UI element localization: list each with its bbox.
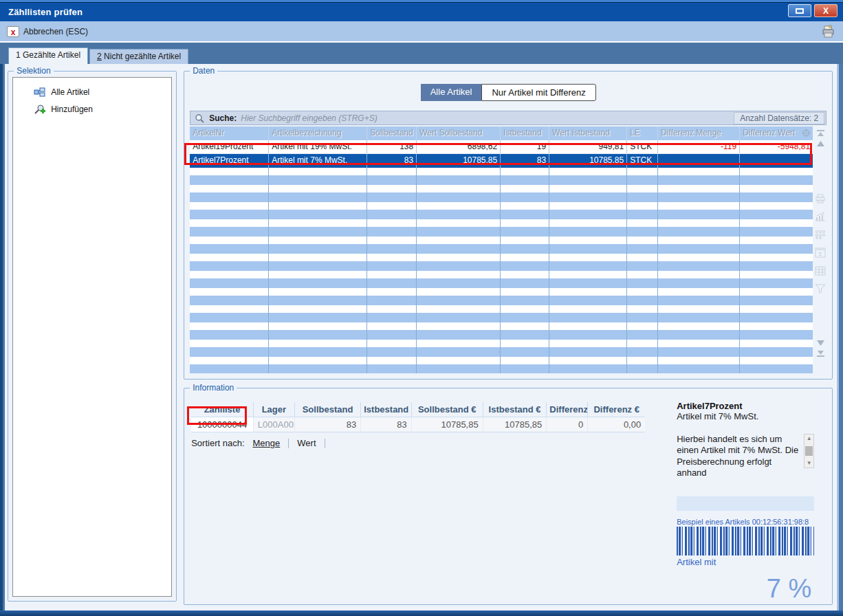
window-frame-left — [0, 64, 5, 610]
print-button[interactable] — [821, 25, 836, 38]
cancel-label: Abbrechen (ESC) — [23, 27, 88, 36]
application-window: Zähllisten prüfen X x Abbrechen (ESC) 1 … — [0, 0, 843, 616]
search-icon — [195, 113, 205, 123]
add-search-icon — [34, 104, 45, 115]
printer-icon — [821, 25, 836, 38]
information-label: Information — [190, 383, 237, 393]
vat-percent: 7 % — [677, 574, 814, 604]
tab-gezaehlte-artikel[interactable]: 1 Gezählte Artikel — [8, 47, 88, 64]
svg-text:Σ: Σ — [819, 251, 822, 257]
table-row[interactable]: Artikel19Prozent Artikel mit 19% MwSt. 1… — [190, 140, 813, 154]
article-table: ArtikelNr Artikelbezeichnung Sollbestand… — [190, 126, 813, 373]
search-bar: Suche: Hier Suchbegriff eingeben (STRG+S… — [190, 111, 826, 125]
scrollbar-down-icon[interactable]: ▼ — [805, 460, 813, 467]
column-header[interactable]: Istbestand — [501, 126, 549, 140]
tab-bar: 1 Gezählte Artikel 2 Nicht gezählte Arti… — [0, 43, 843, 64]
restore-icon — [796, 8, 804, 14]
close-button[interactable]: X — [814, 4, 837, 17]
sort-control: Sortiert nach: Menge Wert — [191, 438, 645, 448]
scrollbar-up-icon[interactable]: ▲ — [805, 435, 813, 442]
daten-label: Daten — [190, 66, 217, 76]
sort-label: Sortiert nach: — [191, 438, 244, 448]
all-articles-icon — [34, 87, 45, 97]
barcode-caption: Artikel mit — [677, 557, 814, 567]
tab-nicht-gezaehlte-artikel[interactable]: 2 Nicht gezählte Artikel — [89, 49, 188, 64]
cancel-button[interactable]: x Abbrechen (ESC) — [7, 26, 88, 37]
zaehlliste-number: 1000000044 — [191, 417, 254, 432]
detail-field-bar — [677, 496, 814, 511]
sort-option-menge[interactable]: Menge — [250, 438, 283, 448]
scroll-top-button[interactable] — [816, 130, 825, 137]
export-icon[interactable] — [815, 230, 826, 239]
barcode-label: Beispiel eines Artikels 00:12:56:31:98:8 — [677, 518, 814, 526]
window-title: Zähllisten prüfen — [0, 7, 83, 17]
column-header[interactable]: Wert Istbestand — [549, 126, 627, 140]
column-settings-button[interactable] — [802, 129, 811, 138]
description-scrollbar[interactable]: ▲ ▼ — [804, 434, 814, 468]
gear-icon — [802, 129, 811, 138]
print-list-icon[interactable] — [815, 194, 826, 204]
column-header[interactable]: LE — [627, 126, 658, 140]
close-icon: X — [823, 7, 829, 15]
summary-table: Zählliste Lager Sollbestand Istbestand S… — [191, 402, 645, 432]
column-header[interactable]: ArtikelNr — [190, 126, 269, 140]
detail-subtitle: Artikel mit 7% MwSt. — [677, 411, 814, 421]
table-row-selected[interactable]: Artikel7Prozent Artikel mit 7% MwSt. 83 … — [190, 154, 813, 168]
sort-option-wert[interactable]: Wert — [294, 438, 318, 448]
search-label: Suche: — [209, 113, 237, 123]
column-header[interactable]: Sollbestand — [367, 126, 417, 140]
sum-icon[interactable]: Σ — [815, 248, 826, 258]
selektion-panel: Alle Artikel Hinzufügen — [12, 77, 172, 597]
selektion-label: Selektion — [14, 66, 53, 76]
filter-alle-artikel-button[interactable]: Alle Artikel — [421, 84, 482, 101]
barcode-image — [677, 527, 814, 556]
table-header-row: ArtikelNr Artikelbezeichnung Sollbestand… — [190, 126, 813, 140]
summary-value-row: 1000000044 L000A002 83 83 10785,85 10785… — [191, 417, 645, 432]
scroll-up-button[interactable] — [816, 141, 825, 147]
selektion-item-label: Hinzufügen — [51, 104, 93, 114]
chart-icon[interactable] — [815, 212, 826, 221]
grid-icon[interactable] — [815, 266, 826, 276]
detail-title: Artikel7Prozent — [677, 401, 814, 411]
scroll-down-button[interactable] — [816, 340, 825, 346]
record-count: Anzahl Datensätze: 2 — [734, 112, 824, 124]
filter-nur-differenz-button[interactable]: Nur Artikel mit Differenz — [481, 84, 595, 101]
column-header[interactable]: Wert Sollbestand — [417, 126, 501, 140]
detail-description: Hierbei handelt es sich um einen Artikel… — [677, 434, 801, 478]
summary-header-row: Zählliste Lager Sollbestand Istbestand S… — [191, 402, 645, 417]
content-area: Selektion Alle Artikel — [5, 64, 835, 610]
toolbar: x Abbrechen (ESC) — [0, 21, 843, 43]
filter-toggle: Alle Artikel Nur Artikel mit Differenz — [188, 84, 828, 101]
selektion-item-hinzufuegen[interactable]: Hinzufügen — [34, 104, 171, 115]
selektion-item-alle-artikel[interactable]: Alle Artikel — [34, 87, 171, 97]
table-side-toolbar: Σ — [813, 126, 828, 360]
restore-button[interactable] — [788, 4, 811, 17]
filter-icon[interactable] — [815, 284, 826, 294]
selektion-item-label: Alle Artikel — [51, 87, 89, 97]
selektion-groupbox: Selektion Alle Artikel — [8, 71, 177, 602]
scroll-bottom-button[interactable] — [816, 350, 825, 357]
search-input[interactable]: Hier Suchbegriff eingeben (STRG+S) — [241, 113, 734, 123]
article-detail-panel: Artikel7Prozent Artikel mit 7% MwSt. Hie… — [677, 401, 814, 604]
scrollbar-thumb[interactable] — [805, 446, 813, 456]
titlebar: Zähllisten prüfen X — [0, 0, 843, 21]
window-frame-bottom — [0, 610, 843, 616]
column-header[interactable]: Artikelbezeichnung — [269, 126, 367, 140]
daten-groupbox: Daten Alle Artikel Nur Artikel mit Diffe… — [184, 71, 833, 380]
empty-rows-area — [190, 168, 813, 373]
column-header[interactable]: Differenz Menge — [658, 126, 740, 140]
window-frame-right — [835, 64, 843, 610]
cancel-icon: x — [7, 26, 19, 37]
information-groupbox: Information Zählliste Lager Sollbestand … — [184, 388, 833, 605]
